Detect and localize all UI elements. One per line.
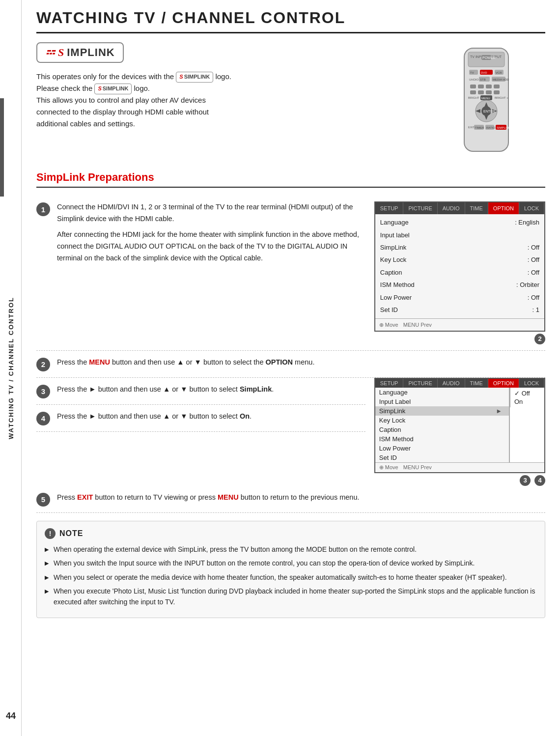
svg-rect-24 xyxy=(494,90,500,94)
step-2-text: Press the MENU button and then use ▲ or … xyxy=(57,357,545,368)
inline-logo-1: SSIMPLINK xyxy=(176,72,213,83)
tab-lock: LOCK xyxy=(519,202,544,214)
remote-control-svg: TV INPUT INPUT POWER TV DVD VCR UHDIO ST… xyxy=(435,47,538,155)
svg-text:VCR: VCR xyxy=(496,71,502,74)
menu-panel-2-header: SETUP PICTURE AUDIO TIME OPTION LOCK xyxy=(375,379,544,388)
page-title: WATCHING TV / CHANNEL CONTROL xyxy=(36,9,545,27)
option-on: On xyxy=(514,398,540,405)
tab2-time: TIME xyxy=(465,379,488,388)
m2-key-lock: Key Lock xyxy=(375,416,509,425)
menu-row-input-label: Input label xyxy=(375,229,544,241)
submenu-options: Off On xyxy=(509,388,544,462)
tab2-audio: AUDIO xyxy=(438,379,465,388)
tab2-setup: SETUP xyxy=(375,379,404,388)
menu-row-ism: ISM Method: Orbiter xyxy=(375,279,544,291)
step-2: 2 Press the MENU button and then use ▲ o… xyxy=(36,351,545,378)
section-title: SimpLink Preparations xyxy=(36,171,545,184)
menu-footer-1: ⊕ MoveMENU Prev xyxy=(375,318,544,331)
sidebar: WATCHING TV / CHANNEL CONTROL 44 xyxy=(0,0,22,736)
menu-with-submenu: Language Input Label SimpLink► Key Lock … xyxy=(375,388,544,462)
page-header: WATCHING TV / CHANNEL CONTROL xyxy=(36,0,545,33)
svg-text:BRIGHT -: BRIGHT - xyxy=(468,96,481,99)
svg-text:POWER: POWER xyxy=(482,56,495,59)
tab-option[interactable]: OPTION xyxy=(488,202,519,214)
tab-audio: AUDIO xyxy=(438,202,465,214)
badges-34: 3 4 xyxy=(520,475,545,486)
badge-4: 4 xyxy=(534,475,545,486)
svg-text:RATIO: RATIO xyxy=(486,126,495,129)
tab2-option[interactable]: OPTION xyxy=(488,379,519,388)
m2-ism: ISM Method xyxy=(375,434,509,444)
tab-time: TIME xyxy=(465,202,488,214)
step-5-text: Press EXIT button to return to TV viewin… xyxy=(57,492,545,504)
step-5-content: Press EXIT button to return to TV viewin… xyxy=(57,492,545,504)
svg-text:TV: TV xyxy=(470,71,474,74)
menu-row-low-power: Low Power: Off xyxy=(375,291,544,304)
step-1: 1 Connect the HDMI/DVI IN 1, 2 or 3 term… xyxy=(36,196,545,351)
badge-3: 3 xyxy=(520,475,531,486)
logo-text: IMPLINK xyxy=(67,46,114,59)
note-header: ! NOTE xyxy=(45,528,537,539)
section-title-area: SimpLink Preparations xyxy=(36,167,545,196)
desc-line4: connected to the display through HDMI ca… xyxy=(36,106,418,118)
svg-text:STB: STB xyxy=(480,78,486,81)
step-4-text: Press the ► button and then use ▲ or ▼ b… xyxy=(57,411,365,423)
desc-line2: Please check the SSIMPLINK logo. xyxy=(36,83,418,94)
sidebar-rotated-text: WATCHING TV / CHANNEL CONTROL xyxy=(7,297,14,439)
tab2-picture: PICTURE xyxy=(403,379,437,388)
menu-row-caption: Caption: Off xyxy=(375,266,544,279)
steps-3-4-left: 3 Press the ► button and then use ▲ or ▼… xyxy=(36,378,365,432)
svg-text:UHDIO: UHDIO xyxy=(469,78,479,81)
note-item-2: When you switch the Input source with th… xyxy=(45,558,537,568)
svg-text:EXIT: EXIT xyxy=(468,126,475,129)
menu-row-simplink: SimpLink: Off xyxy=(375,241,544,254)
step-3-content: Press the ► button and then use ▲ or ▼ b… xyxy=(57,384,365,396)
step-1-main: Connect the HDMI/DVI IN 1, 2 or 3 termin… xyxy=(57,201,365,225)
tab-picture: PICTURE xyxy=(403,202,437,214)
menu-row-language: Language: English xyxy=(375,216,544,228)
step-3-text: Press the ► button and then use ▲ or ▼ b… xyxy=(57,384,365,396)
step-1-text: Connect the HDMI/DVI IN 1, 2 or 3 termin… xyxy=(57,201,365,264)
svg-text:TIMER: TIMER xyxy=(475,126,484,129)
m2-set-id: Set ID xyxy=(375,453,509,462)
desc-line3: This allows you to control and play othe… xyxy=(36,94,418,106)
main-content: WATCHING TV / CHANNEL CONTROL 𝌂 S IMPLIN… xyxy=(22,0,560,736)
description: This operates only for the devices with … xyxy=(36,71,418,130)
step-4: 4 Press the ► button and then use ▲ or ▼… xyxy=(36,405,365,432)
sidebar-accent-bar xyxy=(0,98,4,197)
menu-left-rows: Language Input Label SimpLink► Key Lock … xyxy=(375,388,509,462)
step-5-num: 5 xyxy=(36,493,50,507)
svg-rect-23 xyxy=(486,90,492,94)
note-section: ! NOTE When operating the external devic… xyxy=(36,521,545,618)
m2-language: Language xyxy=(375,388,509,397)
menu-panel-2-area: SETUP PICTURE AUDIO TIME OPTION LOCK Lan… xyxy=(374,378,545,486)
desc-line5: additional cables and settings. xyxy=(36,118,418,130)
svg-text:DVD: DVD xyxy=(481,71,487,74)
svg-rect-20 xyxy=(494,85,500,88)
menu-row-set-id: Set ID: 1 xyxy=(375,304,544,316)
svg-text:SIMPLINK: SIMPLINK xyxy=(497,126,510,129)
remote-control-area: TV INPUT INPUT POWER TV DVD VCR UHDIO ST… xyxy=(427,42,545,155)
step-3-num: 3 xyxy=(36,385,50,398)
note-icon: ! xyxy=(45,528,56,539)
step-3: 3 Press the ► button and then use ▲ or ▼… xyxy=(36,378,365,405)
note-item-3: When you select or operate the media dev… xyxy=(45,572,537,583)
menu-rows-1: Language: English Input label SimpLink: … xyxy=(375,214,544,318)
svg-text:BRIGHT +: BRIGHT + xyxy=(495,96,508,99)
step-1-sub: After connecting the HDMI jack for the h… xyxy=(57,229,365,264)
svg-rect-19 xyxy=(486,85,492,88)
top-section: 𝌂 S IMPLINK This operates only for the d… xyxy=(36,42,545,155)
menu-panel-1-header: SETUP PICTURE AUDIO TIME OPTION LOCK xyxy=(375,202,544,214)
step-2-num: 2 xyxy=(36,358,50,371)
steps-3-4-area: 3 Press the ► button and then use ▲ or ▼… xyxy=(36,378,545,486)
note-list: When operating the external device with … xyxy=(45,544,537,608)
logo-s2: S xyxy=(58,46,64,59)
page-number: 44 xyxy=(0,711,22,721)
step-2-content: Press the MENU button and then use ▲ or … xyxy=(57,357,545,368)
m2-caption: Caption xyxy=(375,425,509,434)
option-off: Off xyxy=(514,390,540,397)
simplink-logo: 𝌂 S IMPLINK xyxy=(36,42,124,63)
step-1-num: 1 xyxy=(36,202,50,216)
step-1-row: Connect the HDMI/DVI IN 1, 2 or 3 termin… xyxy=(57,201,545,344)
desc-line1: This operates only for the devices with … xyxy=(36,71,418,83)
